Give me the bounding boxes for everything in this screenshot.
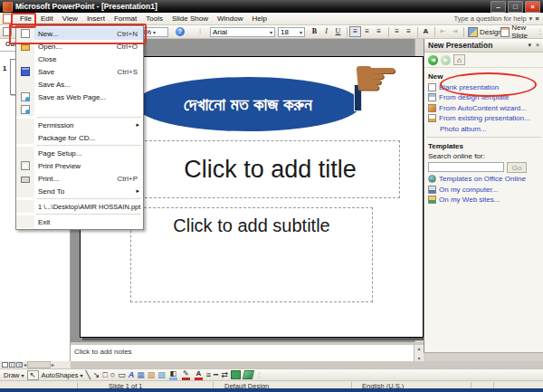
link-blank-presentation[interactable]: Blank presentation: [428, 83, 541, 91]
bold-button[interactable]: B: [309, 26, 320, 37]
blank-presentation-icon: [428, 83, 436, 91]
file-menu-item-close[interactable]: Close: [16, 53, 143, 65]
task-pane-close-icon[interactable]: ×: [536, 42, 539, 49]
align-right-button[interactable]: ≡: [373, 26, 385, 37]
autoshapes-menu-button[interactable]: AutoShapes ▾: [42, 371, 83, 379]
fill-color-button[interactable]: ◧: [168, 369, 178, 380]
file-menu-item-permission[interactable]: Permission ▸: [16, 119, 143, 131]
underline-button[interactable]: U: [332, 26, 344, 37]
line-tool-icon[interactable]: ╲: [85, 370, 90, 379]
minimize-button[interactable]: –: [491, 1, 506, 13]
dash-style-icon[interactable]: ╍: [214, 370, 218, 379]
link-office-online[interactable]: Templates on Office Online: [428, 175, 541, 183]
scroll-right-icon[interactable]: ▸: [52, 362, 54, 368]
file-menu-item-send-to[interactable]: Send To ▸: [16, 185, 143, 197]
menu-format[interactable]: Format: [110, 13, 141, 24]
file-menu-item-exit[interactable]: Exit: [16, 215, 143, 228]
three-d-style-icon[interactable]: [243, 370, 254, 379]
forward-icon[interactable]: ▶: [441, 55, 451, 65]
clip-art-icon[interactable]: ▨: [148, 370, 156, 379]
increase-indent-button[interactable]: ⇥: [449, 26, 461, 37]
file-menu-item-open[interactable]: Open... Ctrl+O: [16, 40, 143, 53]
toolbar-grip-icon[interactable]: ⁝: [199, 28, 200, 35]
pointing-hand-image: ☛: [352, 52, 399, 104]
home-icon[interactable]: ⌂: [453, 54, 465, 65]
help-icon[interactable]: ?: [176, 27, 185, 36]
file-menu-item-save-as-web-page[interactable]: Save as Web Page...: [16, 91, 143, 103]
template-search-input[interactable]: [428, 162, 504, 172]
menu-insert[interactable]: Insert: [82, 13, 110, 24]
link-existing-presentation[interactable]: From existing presentation...: [428, 114, 541, 122]
menu-tools[interactable]: Tools: [141, 13, 167, 24]
notes-pane[interactable]: Click to add notes ▴ ▾: [71, 342, 424, 361]
oval-tool-icon[interactable]: ○: [110, 370, 115, 379]
notes-scrollbar[interactable]: ▴ ▾: [414, 345, 424, 361]
slideshow-view-icon[interactable]: [16, 362, 23, 368]
menu-view[interactable]: View: [58, 13, 82, 24]
italic-button[interactable]: I: [320, 26, 332, 37]
go-button[interactable]: Go: [507, 162, 527, 173]
diagram-icon[interactable]: ▦: [137, 370, 145, 379]
menu-slide-show[interactable]: Slide Show: [167, 13, 213, 24]
increase-font-size-button[interactable]: A: [420, 26, 432, 37]
banner-oval[interactable]: দেখানো মত কাজ করুন: [135, 77, 361, 131]
subtitle-placeholder[interactable]: Click to add subtitle: [130, 207, 373, 302]
link-photo-album[interactable]: Photo album...: [440, 125, 541, 133]
insert-picture-icon[interactable]: ▧: [157, 370, 166, 379]
close-button[interactable]: ×: [525, 1, 540, 13]
draw-menu-button[interactable]: Draw ▾: [4, 371, 24, 379]
decrease-indent-button[interactable]: ⇤: [437, 26, 449, 37]
back-icon[interactable]: ◀: [428, 55, 438, 65]
align-center-button[interactable]: ≡: [361, 26, 373, 37]
file-menu-item-print-preview[interactable]: Print Preview: [16, 159, 143, 172]
file-menu-item-save-as[interactable]: Save As...: [16, 78, 143, 91]
link-on-my-computer[interactable]: On my computer...: [428, 186, 541, 194]
font-color-button[interactable]: A: [194, 369, 204, 380]
menubar-close-icon[interactable]: ×: [535, 14, 539, 23]
drawbar-options-icon[interactable]: ⋮: [256, 371, 262, 378]
slide-sorter-view-icon[interactable]: [9, 362, 15, 368]
scroll-left-icon[interactable]: ◂: [24, 362, 26, 368]
link-autocontent-wizard[interactable]: From AutoContent wizard...: [428, 104, 541, 112]
font-combo[interactable]: Arial ▾: [210, 27, 275, 37]
arrow-tool-icon[interactable]: ↘: [93, 370, 100, 379]
menu-window[interactable]: Window: [213, 13, 247, 24]
font-size-combo[interactable]: 18 ▾: [278, 27, 305, 37]
rectangle-tool-icon[interactable]: □: [102, 370, 107, 379]
link-design-template[interactable]: From design template: [428, 93, 541, 101]
restore-button[interactable]: □: [508, 1, 523, 13]
link-on-my-web-sites[interactable]: On my Web sites...: [428, 196, 541, 204]
menu-file[interactable]: File: [15, 13, 36, 24]
shadow-style-icon[interactable]: [231, 370, 241, 379]
file-menu-item-package-for-cd[interactable]: Package for CD...: [16, 131, 143, 144]
title-placeholder[interactable]: Click to add title: [140, 140, 400, 198]
file-menu-dropdown: New... Ctrl+N Open... Ctrl+O Close Save …: [15, 25, 144, 230]
toolbar-options-icon[interactable]: ⋮: [537, 28, 542, 35]
new-document-icon[interactable]: [3, 27, 12, 36]
office-online-icon: [428, 175, 436, 183]
help-question-box[interactable]: Type a question for help: [454, 14, 527, 23]
file-menu-item-file-search[interactable]: [16, 103, 143, 116]
normal-view-icon[interactable]: [2, 362, 8, 368]
file-menu-item-new[interactable]: New... Ctrl+N: [16, 27, 143, 40]
file-menu-item-save[interactable]: Save Ctrl+S: [16, 65, 143, 78]
select-objects-button[interactable]: ↖: [27, 370, 39, 380]
horizontal-scrollbar[interactable]: [27, 361, 51, 368]
file-menu-item-print[interactable]: Print... Ctrl+P: [16, 172, 143, 185]
menu-edit[interactable]: Edit: [36, 13, 58, 24]
chevron-down-icon[interactable]: ▾: [529, 14, 533, 23]
align-left-button[interactable]: ≡: [349, 26, 361, 37]
text-box-icon[interactable]: ▭: [118, 370, 126, 379]
task-pane-title: New Presentation: [428, 41, 492, 50]
bullets-button[interactable]: ≡: [403, 26, 414, 37]
file-menu-item-page-setup[interactable]: Page Setup...: [16, 147, 143, 159]
file-menu-item-recent-file[interactable]: 1 \...\Desktop\AMIR HOSSAIN.ppt: [16, 200, 143, 213]
wordart-icon[interactable]: A: [129, 370, 135, 379]
line-color-button[interactable]: ✎: [181, 369, 191, 380]
task-pane-menu-icon[interactable]: ▾: [528, 42, 531, 49]
numbering-button[interactable]: ≡: [391, 26, 403, 37]
menu-help[interactable]: Help: [247, 13, 271, 24]
scroll-down-icon: ▾: [417, 355, 420, 361]
arrow-style-icon[interactable]: ⇄: [222, 370, 229, 379]
line-style-icon[interactable]: ≡: [206, 370, 211, 379]
